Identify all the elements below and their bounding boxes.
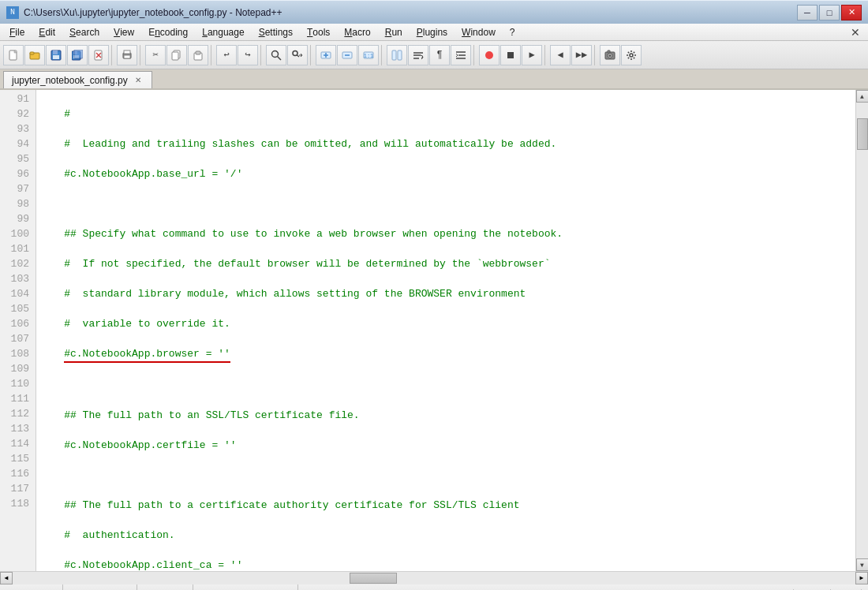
copy-button[interactable] <box>166 45 187 65</box>
scroll-up-button[interactable]: ▲ <box>856 90 869 103</box>
indent-button[interactable] <box>451 45 471 65</box>
menu-close-x[interactable]: ✕ <box>846 26 865 39</box>
svg-rect-2 <box>30 52 34 54</box>
status-length: length : 30,125 <box>63 584 137 590</box>
line-number: 103 <box>6 271 29 286</box>
redo-button[interactable]: ↪ <box>238 45 258 65</box>
menu-plugins[interactable]: Plugins <box>410 24 454 40</box>
scroll-track[interactable] <box>856 103 869 558</box>
menu-run[interactable]: Run <box>379 24 409 40</box>
svg-rect-40 <box>507 52 514 58</box>
file-tab[interactable]: jupyter_notebook_config.py ✕ <box>3 71 152 88</box>
svg-line-23 <box>297 55 300 57</box>
sync-scroll-button[interactable] <box>387 45 407 65</box>
svg-rect-5 <box>53 55 59 59</box>
line-number: 115 <box>6 451 29 466</box>
code-line-100 <box>39 378 852 393</box>
line-number: 114 <box>6 436 29 451</box>
word-wrap-button[interactable] <box>408 45 428 65</box>
scroll-thumb[interactable] <box>857 118 868 150</box>
paste-button[interactable] <box>188 45 208 65</box>
zoom-in-button[interactable] <box>316 45 336 65</box>
svg-rect-9 <box>74 50 83 58</box>
menu-macro[interactable]: Macro <box>338 24 376 40</box>
menu-file[interactable]: File <box>3 24 31 40</box>
code-line-102: #c.NotebookApp.certfile = '' <box>39 438 852 453</box>
svg-rect-31 <box>392 50 396 60</box>
code-line-98: # variable to override it. <box>39 316 852 331</box>
close-doc-button[interactable] <box>88 45 109 65</box>
code-editor[interactable]: # # Leading and trailing slashes can be … <box>36 90 855 571</box>
h-scroll-track[interactable] <box>13 572 855 584</box>
line-number: 110 <box>6 376 29 391</box>
code-line-97: # standard library module, which allows … <box>39 286 852 301</box>
zoom-out-button[interactable] <box>337 45 357 65</box>
code-line-91: # <box>39 106 852 121</box>
menu-settings[interactable]: Settings <box>253 24 299 40</box>
cut-button[interactable]: ✂ <box>145 45 166 65</box>
menu-help[interactable]: ? <box>503 24 522 40</box>
svg-point-45 <box>630 54 633 57</box>
next-button[interactable]: ▶▶ <box>571 45 592 65</box>
replace-button[interactable] <box>287 45 308 65</box>
tab-close-button[interactable]: ✕ <box>133 75 144 86</box>
menu-view[interactable]: View <box>107 24 140 40</box>
code-line-96: # If not specified, the default browser … <box>39 256 852 271</box>
prev-button[interactable]: ◀ <box>550 45 571 65</box>
h-scroll-thumb[interactable] <box>350 573 397 584</box>
line-number: 116 <box>6 466 29 481</box>
svg-point-43 <box>609 54 612 57</box>
open-button[interactable] <box>24 45 45 65</box>
scroll-right-button[interactable]: ▶ <box>855 572 868 584</box>
svg-point-53 <box>634 51 635 53</box>
line-number: 91 <box>6 91 29 106</box>
menu-tools[interactable]: Tools <box>301 24 336 40</box>
macro-play-button[interactable]: ▶ <box>522 45 542 65</box>
svg-point-48 <box>627 54 628 56</box>
tab-filename: jupyter_notebook_config.py <box>12 75 128 86</box>
svg-point-49 <box>634 54 636 56</box>
line-number: 107 <box>6 331 29 346</box>
line-number: 112 <box>6 406 29 421</box>
horizontal-scrollbar-container: ◀ ▶ <box>0 571 868 584</box>
camera-button[interactable] <box>600 45 620 65</box>
save-all-button[interactable] <box>67 45 88 65</box>
menu-window[interactable]: Window <box>455 24 502 40</box>
settings-button[interactable] <box>621 45 642 65</box>
menu-language[interactable]: Language <box>196 24 250 40</box>
save-button[interactable] <box>46 45 66 65</box>
line-number: 98 <box>6 196 29 211</box>
maximize-button[interactable]: □ <box>819 5 840 21</box>
toolbar-separator-6 <box>381 45 384 65</box>
macro-stop-button[interactable] <box>500 45 521 65</box>
minimize-button[interactable]: ─ <box>797 5 817 21</box>
menu-edit[interactable]: Edit <box>32 24 62 40</box>
code-line-105: # authentication. <box>39 528 852 543</box>
print-button[interactable] <box>117 45 137 65</box>
new-button[interactable] <box>3 45 24 65</box>
window-controls: ─ □ ✕ <box>797 5 862 21</box>
line-number: 111 <box>6 391 29 406</box>
toolbar-separator-1 <box>111 45 114 65</box>
code-line-104: ## The full path to a certificate author… <box>39 498 852 513</box>
vertical-scrollbar[interactable]: ▲ ▼ <box>855 90 868 571</box>
toolbar-separator-3 <box>211 45 214 65</box>
line-number: 93 <box>6 121 29 136</box>
svg-point-51 <box>634 57 635 58</box>
window-title: C:\Users\Xu\.jupyter\jupyter_notebook_co… <box>24 7 797 18</box>
find-button[interactable] <box>266 45 286 65</box>
menu-search[interactable]: Search <box>63 24 106 40</box>
line-number: 106 <box>6 316 29 331</box>
svg-point-46 <box>630 50 632 52</box>
scroll-left-button[interactable]: ◀ <box>0 572 13 584</box>
menu-encoding[interactable]: Encoding <box>142 24 194 40</box>
svg-point-47 <box>630 58 632 60</box>
restore-zoom-button[interactable]: 1:1 <box>358 45 379 65</box>
macro-rec-button[interactable] <box>479 45 499 65</box>
scroll-down-button[interactable]: ▼ <box>856 558 869 571</box>
line-numbers: 91 92 93 94 95 96 97 98 99 100 101 102 1… <box>0 90 36 571</box>
all-chars-button[interactable]: ¶ <box>429 45 450 65</box>
close-button[interactable]: ✕ <box>841 5 862 21</box>
undo-button[interactable]: ↩ <box>216 45 237 65</box>
line-number: 92 <box>6 106 29 121</box>
